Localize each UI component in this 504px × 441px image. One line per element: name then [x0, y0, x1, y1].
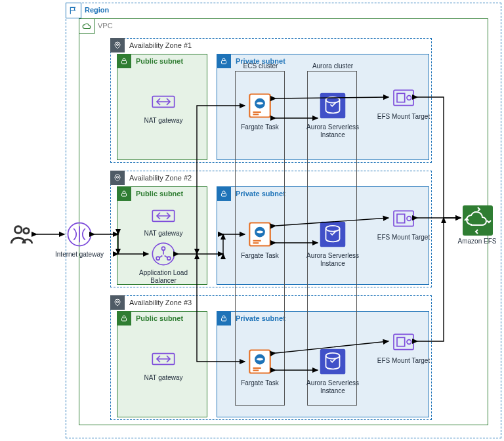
lock-icon	[117, 186, 131, 201]
lock-icon	[117, 54, 131, 68]
users-icon	[8, 220, 35, 248]
lock-icon	[217, 186, 231, 201]
svg-rect-22	[253, 114, 259, 115]
svg-point-42	[407, 217, 411, 221]
aurora-cluster-label: Aurora cluster	[308, 62, 358, 70]
svg-rect-25	[253, 240, 261, 242]
aurora-instance-icon	[319, 220, 346, 248]
az1-label: Availability Zone #1	[129, 41, 192, 49]
fargate-label: Fargate Task	[224, 123, 296, 131]
efs-mt-label: EFS Mount Target	[368, 113, 440, 121]
aurora-label: Aurora Serverless Instance	[297, 379, 369, 394]
public-subnet-label: Public subnet	[136, 190, 183, 198]
nat-icon	[150, 345, 177, 373]
svg-point-1	[117, 177, 119, 178]
ecs-cluster-label: ECS cluster	[236, 62, 285, 70]
efs-mount-target-icon	[390, 205, 417, 232]
svg-point-0	[117, 44, 119, 46]
alb-icon	[150, 240, 177, 268]
az2-label: Availability Zone #2	[129, 174, 192, 182]
svg-rect-44	[397, 337, 405, 346]
lock-icon	[217, 311, 231, 326]
az-map-pin-icon	[110, 38, 125, 52]
igw-label: Internet gateway	[43, 251, 116, 259]
public-subnet-label: Public subnet	[136, 57, 183, 65]
svg-rect-30	[253, 369, 259, 371]
svg-rect-7	[222, 194, 226, 197]
svg-rect-6	[222, 61, 226, 64]
alb-label: Application Load Balancer	[127, 269, 200, 284]
fargate-task-icon	[246, 92, 274, 119]
lock-icon	[117, 311, 131, 326]
nat-label: NAT gateway	[127, 117, 200, 125]
vpc-label: VPC	[98, 22, 113, 30]
fargate-label: Fargate Task	[224, 252, 296, 260]
svg-rect-38	[397, 93, 405, 102]
nat-label: NAT gateway	[127, 230, 200, 238]
svg-point-45	[407, 340, 411, 345]
fargate-task-icon	[246, 220, 274, 248]
svg-point-39	[407, 96, 411, 100]
efs-mount-target-icon	[390, 328, 417, 356]
svg-point-2	[117, 301, 119, 303]
az3-label: Availability Zone #3	[129, 299, 192, 306]
aurora-label: Aurora Serverless Instance	[297, 252, 369, 267]
svg-rect-4	[122, 194, 127, 197]
az-map-pin-icon	[110, 171, 125, 185]
fargate-task-icon	[246, 348, 274, 375]
nat-icon	[150, 202, 177, 230]
aurora-instance-icon	[319, 348, 346, 375]
igw-icon	[66, 220, 93, 248]
az-map-pin-icon	[110, 295, 125, 310]
efs-mt-label: EFS Mount Target	[368, 234, 440, 242]
public-subnet-label: Public subnet	[136, 314, 183, 322]
efs-label: Amazon EFS	[441, 238, 504, 245]
svg-point-10	[24, 228, 29, 234]
svg-point-16	[162, 247, 165, 250]
svg-point-9	[15, 226, 22, 234]
region-flag-icon	[66, 3, 81, 18]
fargate-label: Fargate Task	[224, 379, 296, 387]
svg-rect-26	[253, 242, 259, 243]
svg-rect-41	[397, 214, 405, 222]
svg-rect-29	[253, 368, 261, 369]
svg-rect-21	[253, 112, 261, 113]
svg-rect-5	[122, 318, 127, 322]
vpc-cloud-icon	[79, 18, 94, 34]
efs-mt-label: EFS Mount Target	[368, 357, 440, 365]
svg-rect-3	[122, 61, 127, 64]
amazon-efs-icon	[462, 205, 494, 236]
efs-mount-target-icon	[390, 84, 417, 112]
aurora-instance-icon	[319, 92, 346, 119]
svg-rect-8	[222, 318, 226, 322]
nat-icon	[150, 88, 177, 116]
region-label: Region	[85, 6, 109, 14]
lock-icon	[217, 54, 231, 68]
aurora-label: Aurora Serverless Instance	[297, 123, 369, 138]
nat-label: NAT gateway	[127, 374, 200, 382]
